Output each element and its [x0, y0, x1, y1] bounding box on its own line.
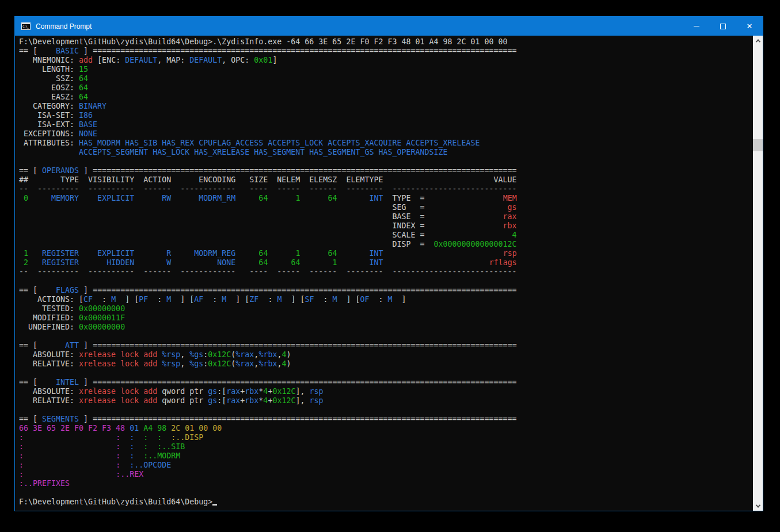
- console-line: CATEGORY: BINARY: [19, 102, 753, 111]
- minimize-button[interactable]: [683, 17, 710, 36]
- maximize-button[interactable]: [710, 17, 736, 36]
- console-line: == [ BASIC ] ===========================…: [19, 47, 753, 56]
- console-line: ATTRIBUTES: HAS_MODRM HAS_SIB HAS_REX CP…: [19, 139, 753, 148]
- scrollbar[interactable]: [753, 36, 763, 511]
- scroll-up-button[interactable]: [753, 36, 763, 45]
- console-line: : : : :..MODRM: [19, 451, 753, 461]
- console-line: EXCEPTIONS: NONE: [19, 129, 753, 139]
- console-line: -- --------- ---------- ------ ---------…: [19, 185, 753, 194]
- console-line: ## TYPE VISIBILITY ACTION ENCODING SIZE …: [19, 175, 753, 185]
- console-line: BASE = rax: [19, 212, 753, 221]
- console-line: 0 MEMORY EXPLICIT RW MODRM_RM 64 1 64 IN…: [19, 194, 753, 203]
- command-prompt-window: C:\_ Command Prompt ✕ F:\Development\Git…: [14, 16, 763, 511]
- console-line: [19, 369, 753, 378]
- console-line: : : : : :..SIB: [19, 442, 753, 451]
- console-line: RELATIVE: xrelease lock add qword ptr gs…: [19, 396, 753, 405]
- console-line: : :..REX: [19, 470, 753, 479]
- desktop: { "window": { "title": "Command Prompt",…: [0, 0, 780, 532]
- console-line: TESTED: 0x00000000: [19, 304, 753, 313]
- console-line: [19, 332, 753, 341]
- console-line: [19, 157, 753, 166]
- console-line: == [ ATT ] =============================…: [19, 341, 753, 350]
- console-line: == [ INTEL ] ===========================…: [19, 378, 753, 387]
- console-line: EOSZ: 64: [19, 83, 753, 93]
- console-line: INDEX = rbx: [19, 221, 753, 231]
- console-output[interactable]: F:\Development\GitHub\zydis\Build64\Debu…: [15, 36, 753, 511]
- text-cursor: [212, 504, 217, 506]
- title-bar[interactable]: C:\_ Command Prompt ✕: [15, 17, 763, 36]
- console-line: SEG = gs: [19, 203, 753, 212]
- console-line: SSZ: 64: [19, 74, 753, 83]
- console-line: -- --------- ---------- ------ ---------…: [19, 267, 753, 277]
- console-line: DISP = 0x000000000000012C: [19, 240, 753, 249]
- console-line: SCALE = 4: [19, 231, 753, 240]
- close-button[interactable]: ✕: [736, 17, 763, 36]
- console-line: == [ SEGMENTS ] ========================…: [19, 415, 753, 424]
- console-line: ISA-EXT: BASE: [19, 120, 753, 129]
- console-line: ABSOLUTE: xrelease lock add %rsp, %gs:0x…: [19, 350, 753, 359]
- console-line: 1 REGISTER EXPLICIT R MODRM_REG 64 1 64 …: [19, 249, 753, 258]
- console-line: [19, 405, 753, 415]
- console-line: UNDEFINED: 0x00000000: [19, 323, 753, 332]
- cmd-icon-text: C:\_: [22, 24, 30, 28]
- console-line: [19, 488, 753, 497]
- window-title: Command Prompt: [36, 22, 92, 30]
- scroll-down-button[interactable]: [753, 501, 763, 511]
- console-line: ABSOLUTE: xrelease lock add qword ptr gs…: [19, 387, 753, 396]
- console-line: ACTIONS: [CF : M ] [PF : M ] [AF : M ] […: [19, 295, 753, 304]
- console-line: [19, 277, 753, 286]
- console-line: == [ OPERANDS ] ========================…: [19, 166, 753, 175]
- console-line: : : :..OPCODE: [19, 461, 753, 470]
- console-line: RELATIVE: xrelease lock add %rsp, %gs:0x…: [19, 359, 753, 369]
- maximize-icon: [720, 24, 726, 29]
- window-controls: ✕: [683, 17, 763, 36]
- console-line: ACCEPTS_SEGMENT HAS_LOCK HAS_XRELEASE HA…: [19, 148, 753, 157]
- console-line: EASZ: 64: [19, 93, 753, 102]
- console-line: ISA-SET: I86: [19, 111, 753, 120]
- chevron-up-icon: [755, 39, 760, 44]
- close-icon: ✕: [747, 22, 753, 30]
- console-line: F:\Development\GitHub\zydis\Build64\Debu…: [19, 37, 753, 47]
- console-line: 66 3E 65 2E F0 F2 F3 48 01 A4 98 2C 01 0…: [19, 424, 753, 433]
- console-line: LENGTH: 15: [19, 65, 753, 74]
- scroll-thumb[interactable]: [753, 139, 763, 151]
- console-line: F:\Development\GitHub\zydis\Build64\Debu…: [19, 497, 753, 507]
- console-line: :..PREFIXES: [19, 479, 753, 488]
- console-line: 2 REGISTER HIDDEN W NONE 64 64 1 INT rfl…: [19, 258, 753, 267]
- cmd-icon[interactable]: C:\_: [21, 22, 31, 30]
- console-line: MNEMONIC: add [ENC: DEFAULT, MAP: DEFAUL…: [19, 56, 753, 65]
- console-line: MODIFIED: 0x0000011F: [19, 313, 753, 323]
- window-body: F:\Development\GitHub\zydis\Build64\Debu…: [15, 36, 763, 511]
- console-line: == [ FLAGS ] ===========================…: [19, 286, 753, 295]
- console-line: : : : : : :..DISP: [19, 433, 753, 442]
- minimize-icon: [694, 26, 699, 26]
- chevron-down-icon: [755, 503, 760, 507]
